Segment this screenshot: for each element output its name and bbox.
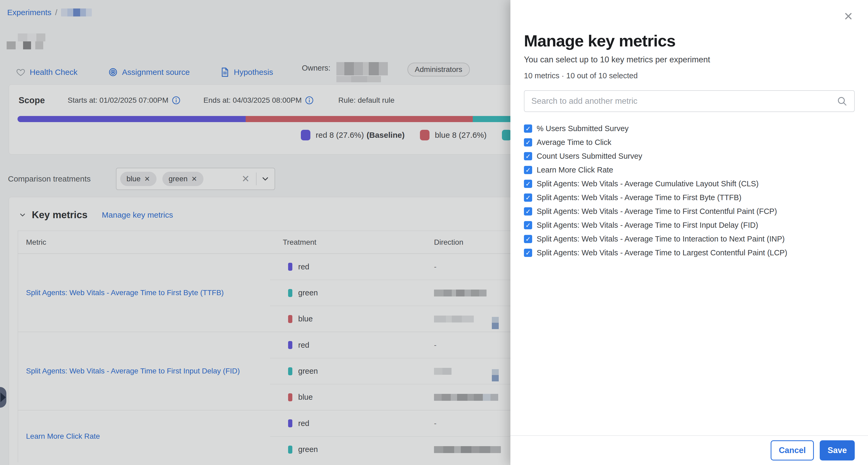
metric-option[interactable]: ✓Learn More Click Rate — [524, 163, 855, 177]
metric-option[interactable]: ✓Split Agents: Web Vitals - Average Time… — [524, 204, 855, 218]
metric-option[interactable]: ✓Split Agents: Web Vitals - Average Time… — [524, 246, 855, 260]
search-icon[interactable] — [837, 96, 847, 107]
panel-subtitle: You can select up to 10 key metrics per … — [524, 55, 855, 64]
checkbox-checked[interactable]: ✓ — [524, 249, 532, 257]
metrics-count: 10 metrics · 10 out of 10 selected — [524, 71, 855, 80]
metric-option[interactable]: ✓Split Agents: Web Vitals - Average Time… — [524, 191, 855, 204]
panel-title: Manage key metrics — [524, 31, 855, 50]
metric-option[interactable]: ✓Average Time to Click — [524, 135, 855, 149]
metric-search-input[interactable] — [531, 96, 837, 106]
manage-key-metrics-panel: Manage key metrics You can select up to … — [510, 0, 868, 465]
checkbox-checked[interactable]: ✓ — [524, 207, 532, 215]
cancel-button[interactable]: Cancel — [771, 440, 814, 461]
save-button[interactable]: Save — [820, 440, 855, 461]
metric-option[interactable]: ✓% Users Submitted Survey — [524, 121, 855, 135]
checkbox-checked[interactable]: ✓ — [524, 221, 532, 229]
metric-search-box — [524, 90, 855, 112]
checkbox-checked[interactable]: ✓ — [524, 235, 532, 243]
metric-option[interactable]: ✓Count Users Submitted Survey — [524, 149, 855, 163]
metric-option[interactable]: ✓Split Agents: Web Vitals - Average Time… — [524, 218, 855, 232]
checkbox-checked[interactable]: ✓ — [524, 194, 532, 202]
checkbox-checked[interactable]: ✓ — [524, 166, 532, 174]
checkbox-checked[interactable]: ✓ — [524, 152, 532, 160]
checkbox-checked[interactable]: ✓ — [524, 138, 532, 146]
checkbox-checked[interactable]: ✓ — [524, 124, 532, 133]
checkbox-checked[interactable]: ✓ — [524, 180, 532, 188]
panel-footer: Cancel Save — [510, 435, 868, 465]
metric-option[interactable]: ✓Split Agents: Web Vitals - Average Cumu… — [524, 177, 855, 191]
close-icon[interactable] — [842, 10, 854, 22]
metric-option[interactable]: ✓Split Agents: Web Vitals - Average Time… — [524, 232, 855, 246]
metric-checkbox-list: ✓% Users Submitted Survey ✓Average Time … — [524, 121, 855, 260]
